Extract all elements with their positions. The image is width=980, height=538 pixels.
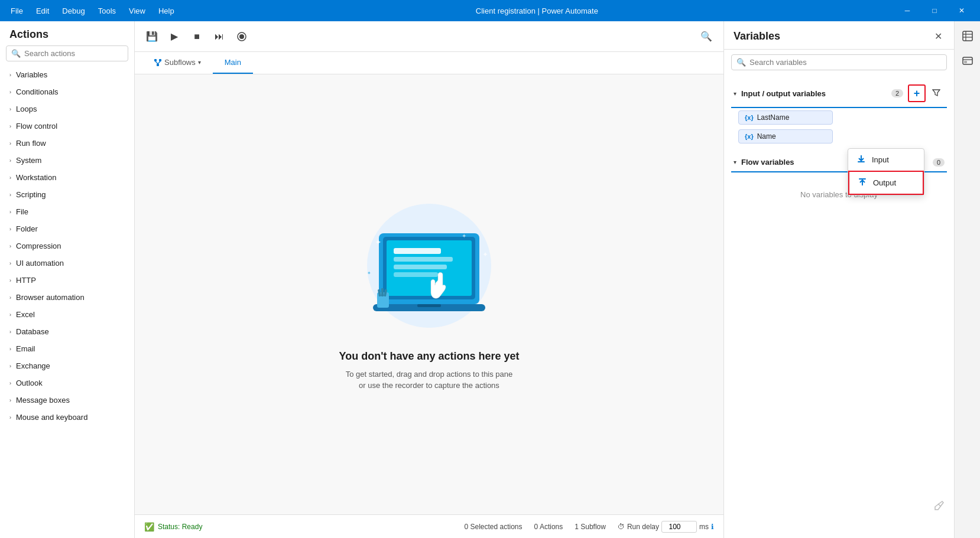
run-button[interactable]: ▶ xyxy=(164,27,184,47)
flow-vars-count-badge: 0 xyxy=(933,158,945,167)
chevron-icon: › xyxy=(9,415,11,420)
run-delay-input[interactable] xyxy=(661,521,697,533)
action-item-http[interactable]: › HTTP xyxy=(0,272,134,289)
stop-button[interactable]: ■ xyxy=(187,27,207,47)
action-item-message-boxes[interactable]: › Message boxes xyxy=(0,392,134,409)
action-label: Folder xyxy=(16,224,38,233)
action-item-scripting[interactable]: › Scripting xyxy=(0,186,134,203)
action-label: Mouse and keyboard xyxy=(16,413,87,422)
save-button[interactable]: 💾 xyxy=(142,27,162,47)
search-variables-input[interactable] xyxy=(749,58,942,67)
dropdown-input-item[interactable]: Input xyxy=(848,149,924,171)
svg-rect-13 xyxy=(394,265,447,269)
subflow-count: 1 Subflow xyxy=(575,523,606,531)
action-label: Database xyxy=(16,327,49,336)
action-item-loops[interactable]: › Loops xyxy=(0,100,134,118)
tab-bar: Subflows ▾ Main xyxy=(135,52,723,74)
action-item-browser-automation[interactable]: › Browser automation xyxy=(0,289,134,306)
input-output-count-badge: 2 xyxy=(891,89,903,97)
close-button[interactable]: ✕ xyxy=(948,0,975,21)
action-item-excel[interactable]: › Excel xyxy=(0,306,134,323)
svg-rect-3 xyxy=(159,59,161,61)
ms-label: ms xyxy=(699,523,709,531)
action-label: UI automation xyxy=(16,259,64,268)
input-output-title: Input / output variables xyxy=(741,89,887,98)
menu-tools[interactable]: Tools xyxy=(92,4,122,18)
menu-edit[interactable]: Edit xyxy=(30,4,55,18)
action-label: HTTP xyxy=(16,276,36,285)
action-item-file[interactable]: › File xyxy=(0,203,134,220)
title-bar: File Edit Debug Tools View Help Client r… xyxy=(0,0,980,21)
action-label: Message boxes xyxy=(16,396,70,405)
search-actions-input[interactable] xyxy=(24,49,124,58)
svg-rect-14 xyxy=(394,272,438,277)
chevron-icon: › xyxy=(9,106,11,112)
action-item-run-flow[interactable]: › Run flow xyxy=(0,135,134,152)
action-label: Loops xyxy=(16,105,37,113)
chevron-icon: › xyxy=(9,397,11,403)
action-label: Compression xyxy=(16,242,61,250)
svg-point-1 xyxy=(239,34,244,39)
action-item-database[interactable]: › Database xyxy=(0,323,134,340)
action-item-mouse-keyboard[interactable]: › Mouse and keyboard xyxy=(0,409,134,426)
filter-variable-button[interactable] xyxy=(928,84,945,101)
illustration-svg: ✦ ✦ ✦ ✦ xyxy=(346,198,512,334)
tab-main[interactable]: Main xyxy=(213,52,253,74)
add-variable-dropdown: Input Output xyxy=(848,148,924,195)
image-panel-icon[interactable] xyxy=(958,51,978,71)
layers-icon[interactable] xyxy=(958,26,978,46)
tab-subflows[interactable]: Subflows ▾ xyxy=(142,52,213,74)
check-icon: ✅ xyxy=(144,522,154,532)
add-variable-button[interactable]: + xyxy=(908,84,926,102)
search-canvas-button[interactable]: 🔍 xyxy=(696,27,716,47)
dropdown-output-label: Output xyxy=(873,178,896,187)
menu-bar[interactable]: File Edit Debug Tools View Help xyxy=(5,4,180,18)
variables-search-box[interactable]: 🔍 xyxy=(731,54,947,70)
action-item-variables[interactable]: › Variables xyxy=(0,66,134,83)
action-item-workstation[interactable]: › Workstation xyxy=(0,169,134,186)
actions-list: › Variables › Conditionals › Loops › Flo… xyxy=(0,66,134,538)
main-label: Main xyxy=(225,58,241,67)
action-label: Exchange xyxy=(16,361,50,370)
action-item-compression[interactable]: › Compression xyxy=(0,237,134,255)
action-item-ui-automation[interactable]: › UI automation xyxy=(0,255,134,272)
chevron-icon: › xyxy=(9,158,11,164)
dropdown-output-item[interactable]: Output xyxy=(848,171,924,195)
window-controls[interactable]: ─ □ ✕ xyxy=(894,0,975,21)
chevron-icon: › xyxy=(9,226,11,232)
var-chip-icon: {x} xyxy=(745,133,754,140)
record-button[interactable] xyxy=(232,27,252,47)
menu-file[interactable]: File xyxy=(5,4,29,18)
variables-close-button[interactable]: ✕ xyxy=(932,28,945,44)
action-label: Conditionals xyxy=(16,87,59,96)
action-item-exchange[interactable]: › Exchange xyxy=(0,357,134,374)
action-label: Email xyxy=(16,344,35,353)
menu-view[interactable]: View xyxy=(123,4,151,18)
menu-debug[interactable]: Debug xyxy=(56,4,90,18)
subflows-chevron: ▾ xyxy=(198,59,201,66)
svg-line-6 xyxy=(158,61,160,64)
svg-rect-32 xyxy=(963,57,972,64)
svg-line-5 xyxy=(155,61,158,64)
input-output-header[interactable]: ▾ Input / output variables 2 + xyxy=(731,80,947,107)
next-button[interactable]: ⏭ xyxy=(209,27,229,47)
action-item-outlook[interactable]: › Outlook xyxy=(0,374,134,392)
chevron-icon: › xyxy=(9,329,11,335)
action-item-system[interactable]: › System xyxy=(0,152,134,169)
action-item-flow-control[interactable]: › Flow control xyxy=(0,118,134,135)
actions-title: Actions xyxy=(0,21,134,45)
action-item-email[interactable]: › Email xyxy=(0,340,134,357)
menu-help[interactable]: Help xyxy=(152,4,180,18)
chevron-icon: › xyxy=(9,175,11,181)
canvas-toolbar: 💾 ▶ ■ ⏭ 🔍 xyxy=(135,21,723,52)
variable-chip-name[interactable]: {x} Name xyxy=(738,129,833,144)
variable-items-list: {x} LastName {x} Name xyxy=(731,108,947,146)
variable-chip-lastname[interactable]: {x} LastName xyxy=(738,110,833,125)
minimize-button[interactable]: ─ xyxy=(894,0,921,21)
maximize-button[interactable]: □ xyxy=(921,0,948,21)
canvas-area: 💾 ▶ ■ ⏭ 🔍 Subflows ▾ xyxy=(135,21,723,538)
action-item-folder[interactable]: › Folder xyxy=(0,220,134,237)
subflows-label: Subflows xyxy=(164,58,196,67)
actions-search-box[interactable]: 🔍 xyxy=(6,45,128,61)
action-item-conditionals[interactable]: › Conditionals xyxy=(0,83,134,100)
